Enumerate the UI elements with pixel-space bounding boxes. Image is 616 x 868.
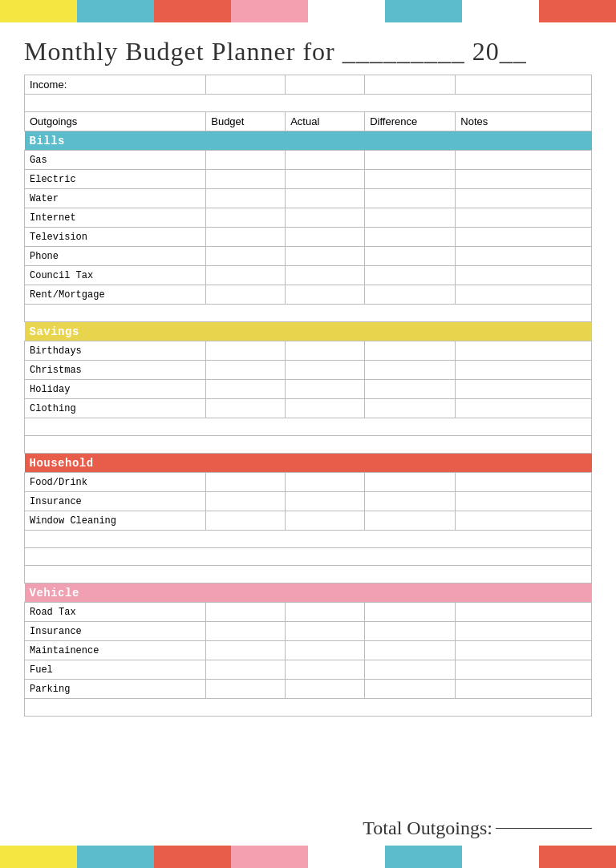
row-council-tax: Council Tax (25, 266, 592, 285)
col-difference: Difference (365, 112, 456, 131)
row-internet: Internet (25, 208, 592, 228)
income-row: Income: (25, 75, 592, 95)
row-water: Water (25, 189, 592, 208)
row-insurance-vehicle: Insurance (25, 622, 592, 641)
border-seg-1 (0, 0, 77, 22)
row-television: Television (25, 228, 592, 247)
household-header: Household (25, 454, 592, 473)
col-budget: Budget (206, 112, 286, 131)
page-title: Monthly Budget Planner for _________ 20_… (24, 37, 592, 67)
household-spacer2 (25, 548, 592, 566)
spacer-row (25, 95, 592, 112)
bot-seg-3 (154, 846, 231, 868)
border-seg-8 (539, 0, 616, 22)
border-seg-5 (308, 0, 385, 22)
row-holiday: Holiday (25, 380, 592, 399)
bot-seg-4 (231, 846, 308, 868)
col-notes: Notes (456, 112, 592, 131)
row-clothing: Clothing (25, 399, 592, 418)
border-seg-4 (231, 0, 308, 22)
border-seg-7 (462, 0, 539, 22)
savings-header: Savings (25, 322, 592, 341)
savings-spacer2 (25, 436, 592, 454)
row-rent-mortgage: Rent/Mortgage (25, 285, 592, 305)
row-parking: Parking (25, 680, 592, 699)
section-household: Household (25, 454, 592, 473)
row-window-cleaning: Window Cleaning (25, 511, 592, 531)
savings-spacer1 (25, 418, 592, 436)
bot-seg-1 (0, 846, 77, 868)
income-actual (286, 75, 365, 95)
row-road-tax: Road Tax (25, 603, 592, 622)
border-seg-6 (385, 0, 462, 22)
household-spacer3 (25, 566, 592, 583)
row-electric: Electric (25, 170, 592, 189)
income-budget (206, 75, 286, 95)
main-content: Income: Outgoings Budget Actual Differen… (0, 75, 616, 813)
bot-seg-2 (77, 846, 154, 868)
income-label: Income: (25, 75, 206, 95)
border-seg-2 (77, 0, 154, 22)
top-border (0, 0, 616, 22)
col-outgoings: Outgoings (25, 112, 206, 131)
household-spacer1 (25, 531, 592, 548)
bills-spacer (25, 305, 592, 322)
row-gas: Gas (25, 151, 592, 170)
bot-seg-8 (539, 846, 616, 868)
column-headers: Outgoings Budget Actual Difference Notes (25, 112, 592, 131)
bottom-border (0, 846, 616, 868)
row-maintainence: Maintainence (25, 641, 592, 660)
bot-seg-7 (462, 846, 539, 868)
vehicle-header: Vehicle (25, 583, 592, 603)
income-notes (456, 75, 592, 95)
total-outgoings-blank (496, 828, 592, 829)
section-vehicle: Vehicle (25, 583, 592, 603)
row-food-drink: Food/Drink (25, 473, 592, 492)
vehicle-spacer (25, 699, 592, 717)
bot-seg-6 (385, 846, 462, 868)
budget-table: Income: Outgoings Budget Actual Differen… (24, 75, 592, 717)
footer: Total Outgoings: (0, 813, 616, 846)
section-bills: Bills (25, 131, 592, 151)
row-christmas: Christmas (25, 361, 592, 380)
col-actual: Actual (286, 112, 365, 131)
row-phone: Phone (25, 247, 592, 266)
page: Monthly Budget Planner for _________ 20_… (0, 0, 616, 868)
total-outgoings-label: Total Outgoings: (363, 818, 492, 839)
row-insurance-household: Insurance (25, 492, 592, 511)
row-fuel: Fuel (25, 660, 592, 680)
income-diff (365, 75, 456, 95)
bills-header: Bills (25, 131, 592, 151)
section-savings: Savings (25, 322, 592, 341)
title-area: Monthly Budget Planner for _________ 20_… (0, 22, 616, 75)
border-seg-3 (154, 0, 231, 22)
row-birthdays: Birthdays (25, 341, 592, 361)
bot-seg-5 (308, 846, 385, 868)
